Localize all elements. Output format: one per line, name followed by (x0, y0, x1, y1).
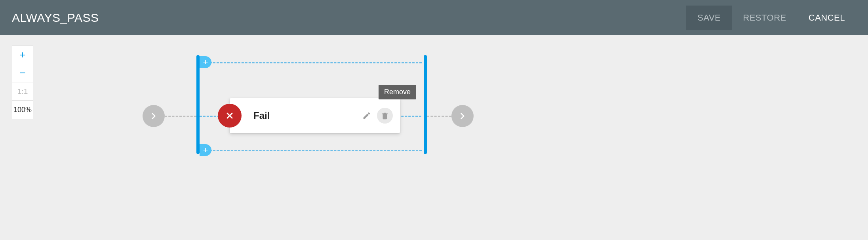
connector-out (427, 116, 451, 117)
zoom-out-button[interactable]: − (12, 64, 33, 82)
canvas[interactable]: + − 1:1 100% + + Fail (0, 35, 868, 240)
node-actions (359, 108, 393, 124)
lane-bottom (206, 150, 422, 151)
remove-node-button[interactable] (377, 108, 393, 124)
node-card[interactable]: Fail (230, 98, 400, 133)
flow-end-icon[interactable] (451, 105, 474, 127)
zoom-in-button[interactable]: + (12, 46, 33, 64)
header-bar: ALWAYS_PASS SAVE RESTORE CANCEL (0, 0, 868, 35)
page-title: ALWAYS_PASS (12, 11, 99, 25)
plus-icon: + (203, 57, 208, 67)
pencil-icon (362, 111, 371, 120)
add-lane-top-button[interactable]: + (200, 56, 211, 68)
flow-diagram: + + Fail Remove (143, 55, 475, 154)
lane-top (206, 62, 422, 63)
zoom-level: 100% (12, 101, 33, 119)
flow-start-icon[interactable] (143, 105, 165, 127)
zoom-reset-button[interactable]: 1:1 (12, 82, 33, 101)
connector-in (165, 116, 196, 117)
cancel-button[interactable]: CANCEL (798, 6, 856, 30)
stage-rail-right (424, 55, 427, 154)
trash-icon (381, 111, 389, 120)
node-label: Fail (253, 110, 270, 121)
save-button[interactable]: SAVE (686, 6, 732, 30)
add-lane-bottom-button[interactable]: + (200, 144, 211, 156)
stage-rail-left (196, 55, 200, 154)
header-actions: SAVE RESTORE CANCEL (686, 6, 856, 30)
plus-icon: + (203, 145, 208, 155)
fail-badge (218, 104, 242, 128)
restore-button[interactable]: RESTORE (732, 6, 797, 30)
edit-node-button[interactable] (359, 108, 375, 124)
tooltip-remove: Remove (379, 85, 416, 99)
zoom-controls: + − 1:1 100% (12, 46, 33, 119)
